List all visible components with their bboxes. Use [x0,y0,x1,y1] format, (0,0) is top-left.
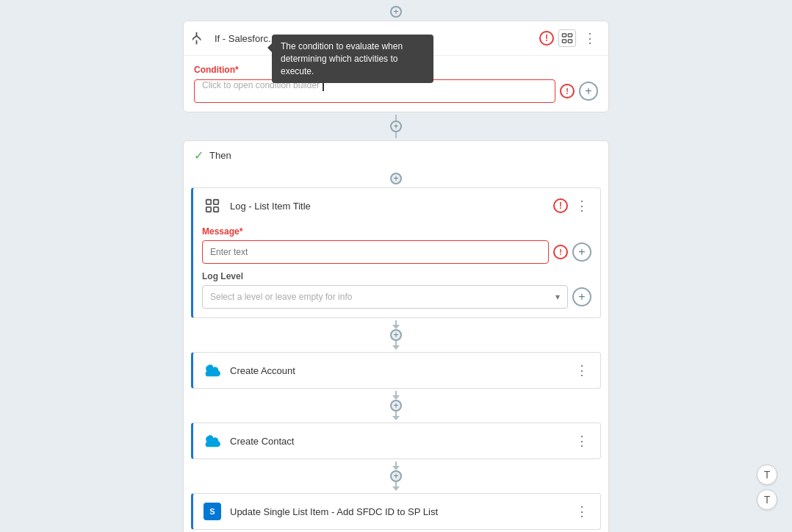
chevron-down-icon: ▾ [555,292,560,302]
between-steps-connector-2[interactable]: + [390,400,402,411]
svg-rect-6 [206,207,211,212]
update-list-title: Update Single List Item - Add SFDC ID to… [230,506,572,517]
if-more-menu[interactable]: ⋮ [580,29,600,48]
step-add-top[interactable]: + [390,173,402,184]
create-account-header: Create Account ⋮ [193,353,600,388]
svg-rect-7 [214,207,218,212]
log-step-title: Log - List Item Title [230,201,553,212]
svg-rect-5 [214,200,218,204]
salesforce-icon-contact [202,431,223,451]
create-account-more-menu[interactable]: ⋮ [572,361,591,380]
convert-icon[interactable] [558,29,576,47]
log-warning-icon: ! [553,198,568,213]
svg-rect-2 [562,40,566,43]
canvas: + If - Salesforc... ! [0,0,792,532]
then-title: Then [209,150,231,161]
condition-add-btn[interactable]: + [579,82,598,101]
svg-rect-4 [206,200,211,204]
create-contact-more-menu[interactable]: ⋮ [572,431,591,450]
svg-rect-1 [568,34,572,37]
log-more-menu[interactable]: ⋮ [572,196,591,215]
log-level-add-btn[interactable]: + [572,287,591,306]
condition-tooltip: The condition to evaluate when determini… [272,35,433,83]
update-list-step: S Update Single List Item - Add SFDC ID … [191,493,601,530]
svg-rect-3 [568,40,572,43]
log-icon [202,195,223,216]
log-level-label: Log Level [202,271,591,281]
message-warning-icon: ! [553,245,568,259]
salesforce-icon-account [202,360,223,381]
message-input-row: ! + [202,240,591,264]
message-input[interactable] [202,240,549,264]
message-label: Message* [202,226,591,237]
bottom-buttons: T T [757,464,777,510]
create-contact-header: Create Contact ⋮ [193,423,600,459]
create-contact-title: Create Contact [230,436,572,447]
then-block: ✓ Then + [183,140,609,532]
scroll-bottom-btn[interactable]: T [757,489,777,510]
branch-icon [192,30,209,46]
scroll-top-btn[interactable]: T [757,464,777,485]
update-list-more-menu[interactable]: ⋮ [572,502,591,521]
log-step-body: Message* ! + Log Level [193,223,600,317]
log-level-select[interactable]: Select a level or leave empty for info ▾ [202,285,568,309]
sharepoint-icon: S [202,501,223,522]
create-account-title: Create Account [230,365,572,376]
if-warning-icon: ! [539,31,554,46]
plus-icon-2: + [393,122,398,131]
log-step-actions: ! ⋮ [553,196,591,215]
log-step-header: Log - List Item Title ! ⋮ [193,188,600,223]
then-header: ✓ Then [184,141,608,170]
steps-container: + Log - List I [184,170,608,532]
plus-icon: + [393,7,398,16]
flow-container: + If - Salesforc... ! [183,0,609,532]
update-list-header: S Update Single List Item - Add SFDC ID … [193,494,600,529]
log-step: Log - List Item Title ! ⋮ Message* [191,187,601,318]
between-steps-connector-1[interactable]: + [390,329,402,341]
if-block: If - Salesforc... ! ⋮ [183,21,609,112]
create-account-step: Create Account ⋮ [191,352,601,389]
svg-rect-0 [562,34,566,37]
create-contact-step: Create Contact ⋮ [191,423,601,459]
message-add-btn[interactable]: + [572,242,591,262]
between-steps-connector-3[interactable]: + [390,470,402,482]
if-header-actions: ! ⋮ [539,29,600,48]
then-top-connector[interactable]: + [390,121,402,132]
condition-warning-icon: ! [560,84,575,98]
check-icon: ✓ [194,148,204,162]
if-header: If - Salesforc... ! ⋮ [184,21,608,56]
top-add-connector[interactable]: + [390,6,402,18]
log-level-row: Select a level or leave empty for info ▾… [202,285,591,309]
